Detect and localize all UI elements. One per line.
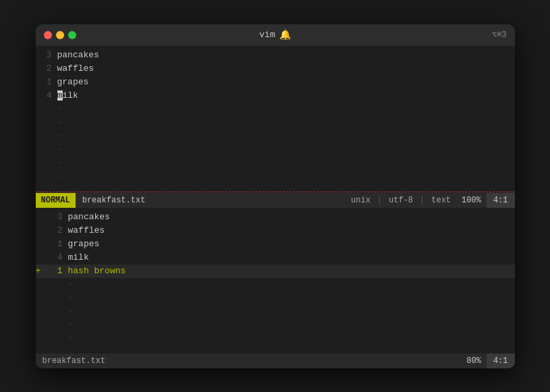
type-info: text [426,196,456,205]
line-num: 4 [36,90,57,101]
line-text: pancakes [57,50,99,60]
bottom-pane[interactable]: 3 pancakes 2 waffles 1 grapes 4 milk [36,208,515,354]
bottom-editor-lines: 3 pancakes 2 waffles 1 grapes 4 milk [36,208,515,348]
line-text: pancakes [68,212,110,222]
line-num: 3 [47,212,68,222]
line-row: 3 pancakes [36,211,515,224]
line-row: 3 pancakes [36,49,515,62]
bottom-statusbar: breakfast.txt 80% 4:1 [36,354,515,368]
line-num: 1 [47,266,68,276]
line-num: 2 [47,225,68,235]
tilde: ~ [68,333,74,343]
line-text: grapes [68,239,100,249]
line-num: 1 [36,77,57,87]
line-num: 3 [36,50,57,60]
line-row: 1 grapes [36,237,515,251]
window-title: vim 🔔 [259,29,290,40]
line-num: 1 [47,239,68,249]
sep: | [376,196,383,205]
tilde-line: ~ [36,143,515,157]
close-button[interactable] [44,31,52,39]
line-text: waffles [57,63,94,74]
editor-container: 3 pancakes 2 waffles 1 grapes 4 milk [36,46,515,368]
cursor-position: 4:1 [487,193,515,208]
mode-badge: NORMAL [36,193,76,208]
tilde-line: ~ [36,332,515,345]
line-row: 4 milk [36,251,515,264]
tilde: ~ [57,158,63,168]
tilde-line: ~ [36,130,515,143]
line-row-cursor: 4 milk [36,89,515,103]
keyboard-shortcut: ⌥⌘3 [492,30,507,40]
line-text: milk [68,252,89,262]
bell-icon: 🔔 [279,29,291,40]
tilde: ~ [57,171,63,181]
line-row: 1 grapes [36,76,515,89]
tilde-line: ~ [36,305,515,318]
tilde: ~ [68,306,74,316]
top-pane[interactable]: 3 pancakes 2 waffles 1 grapes 4 milk [36,46,515,192]
top-statusbar: NORMAL breakfast.txt unix | utf-8 | text… [36,193,515,208]
line-text: hash browns [68,266,126,276]
statusbar-right: unix | utf-8 | text 100% 4:1 [346,193,514,208]
line-row: 2 waffles [36,224,515,237]
diff-plus-icon: + [36,266,47,276]
encoding-info: utf-8 [383,196,418,205]
traffic-lights [44,31,76,39]
line-text: waffles [68,225,105,235]
tilde-line: ~ [36,291,515,305]
title-text: vim [259,30,275,40]
line-num: 4 [47,252,68,262]
tilde-line: ~ [36,157,515,170]
tilde-line: ~ [36,103,515,116]
tilde-line: ~ [36,116,515,130]
bottom-filename: breakfast.txt [36,356,113,366]
titlebar: vim 🔔 ⌥⌘3 [36,24,515,46]
percent-info: 100% [456,196,487,205]
minimize-button[interactable] [56,31,64,39]
maximize-button[interactable] [68,31,76,39]
sep: | [418,196,426,205]
tilde: ~ [57,117,63,128]
tilde: ~ [57,131,63,141]
line-text: milk [57,90,78,101]
tilde-line: ~ [36,318,515,332]
diff-add-row: + 1 hash browns [36,264,515,278]
bottom-position: 4:1 [487,354,515,368]
cursor: m [57,90,63,101]
unix-info: unix [346,196,376,205]
bottom-percent: 80% [461,356,487,366]
line-text: grapes [57,77,89,87]
statusbar-filename: breakfast.txt [76,196,153,205]
line-row: 2 waffles [36,62,515,76]
tilde-line: ~ [36,170,515,184]
tilde: ~ [68,293,74,303]
tilde-line: ~ [36,278,515,291]
tilde: ~ [57,104,63,114]
tilde: ~ [57,144,63,155]
top-editor-lines: 3 pancakes 2 waffles 1 grapes 4 milk [36,46,515,186]
bottom-right: 80% 4:1 [461,354,514,368]
tilde: ~ [68,320,74,330]
tilde: ~ [68,279,74,289]
vim-window: vim 🔔 ⌥⌘3 3 pancakes 2 waffles 1 grapes [36,24,515,368]
line-num: 2 [36,63,57,74]
